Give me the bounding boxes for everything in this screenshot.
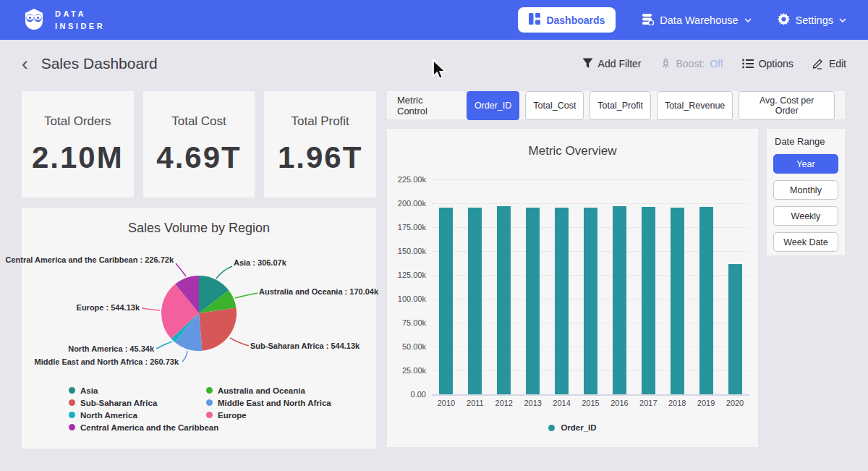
bar-cell — [634, 179, 663, 394]
y-axis-tick: 100.00k — [387, 294, 426, 303]
legend-label: Europe — [218, 411, 247, 420]
dashboards-button[interactable]: Dashboards — [518, 7, 616, 33]
pie-slice-sub-saharan-africa[interactable] — [199, 308, 237, 351]
pie-chart-card: Sales Volume by Region Asia : 306.07k Au… — [22, 208, 376, 449]
metric-chip-total-cost[interactable]: Total_Cost — [525, 91, 584, 120]
x-axis-tick: 2014 — [548, 399, 576, 407]
bar-2015[interactable] — [584, 208, 597, 394]
edit-button[interactable]: Edit — [812, 58, 846, 69]
bar-2011[interactable] — [468, 208, 482, 394]
kpi-value: 2.10M — [32, 140, 124, 175]
bar-2020[interactable] — [728, 264, 742, 394]
brand-logo[interactable]: DATA INSIDER — [22, 7, 105, 34]
pie-legend: AsiaSub-Saharan AfricaNorth AmericaCentr… — [69, 384, 331, 433]
y-axis-tick: 225.00k — [387, 175, 426, 184]
bar-cell — [605, 179, 634, 394]
pie-leader-line — [156, 341, 172, 349]
pie-leader-line — [142, 308, 160, 310]
legend-dot — [206, 387, 213, 394]
legend-dot — [69, 387, 75, 394]
metric-chip-total-revenue[interactable]: Total_Revenue — [657, 91, 733, 120]
metric-control-bar: Metric Control Order_IDTotal_CostTotal_P… — [387, 91, 845, 119]
kpi-label: Total Profit — [292, 114, 349, 129]
date-range-monthly[interactable]: Monthly — [773, 180, 838, 200]
dashboards-grid-icon — [529, 13, 540, 27]
date-range-weekly[interactable]: Weekly — [773, 206, 838, 226]
bar-2017[interactable] — [642, 207, 655, 394]
metric-control-label: Metric Control — [397, 95, 456, 116]
bar-2013[interactable] — [526, 208, 540, 394]
kpi-label: Total Cost — [171, 114, 226, 129]
bar-chart-title: Metric Overview — [387, 129, 758, 158]
x-axis-tick: 2015 — [576, 399, 605, 407]
pie-leader-line — [216, 266, 232, 279]
x-axis-tick: 2018 — [663, 399, 692, 407]
kpi-card-total-profit: Total Profit 1.96T — [264, 91, 376, 198]
pie-slice-label: North America : 45.34k — [68, 344, 154, 353]
pie-legend-item[interactable]: Asia — [69, 384, 206, 396]
bar-plot-area — [432, 179, 749, 394]
legend-label: Sub-Saharan Africa — [80, 399, 157, 407]
bar-cell — [548, 179, 576, 394]
data-warehouse-menu[interactable]: Data Warehouse — [642, 13, 751, 27]
x-axis-tick: 2020 — [720, 399, 749, 407]
pie-legend-item[interactable]: Australia and Oceania — [206, 384, 331, 396]
settings-menu[interactable]: Settings — [778, 13, 846, 27]
legend-dot — [206, 399, 213, 406]
bar-2018[interactable] — [671, 208, 684, 394]
y-axis-tick: 75.00k — [387, 318, 426, 327]
pie-leader-line — [182, 351, 187, 362]
date-range-year[interactable]: Year — [773, 154, 838, 174]
pencil-icon — [812, 58, 824, 69]
legend-dot — [69, 412, 75, 418]
kpi-value: 1.96T — [278, 140, 362, 175]
back-button[interactable]: ‹ — [22, 54, 28, 73]
pie-legend-item[interactable]: North America — [69, 409, 206, 421]
legend-label: Australia and Oceania — [218, 386, 305, 395]
add-filter-button[interactable]: Add Filter — [582, 58, 642, 69]
bar-2016[interactable] — [613, 206, 626, 394]
bar-cell — [576, 179, 605, 394]
kpi-card-total-cost: Total Cost 4.69T — [143, 91, 255, 198]
bar-cell — [519, 179, 548, 394]
bar-cell — [490, 179, 519, 394]
y-axis-tick: 0.00 — [387, 390, 426, 399]
pie-slice-label: Australia and Oceania : 170.04k — [259, 287, 378, 296]
gear-icon — [778, 13, 790, 27]
pie-legend-item[interactable]: Central America and the Caribbean — [69, 421, 206, 433]
boost-toggle[interactable]: Boost: Off — [660, 58, 723, 69]
metric-chip-order-id[interactable]: Order_ID — [467, 91, 519, 120]
bar-2014[interactable] — [555, 208, 569, 394]
date-range-week-date[interactable]: Week Date — [773, 232, 838, 252]
bar-2019[interactable] — [699, 207, 713, 394]
legend-dot — [206, 412, 213, 418]
pie-slice-label: Europe : 544.13k — [77, 303, 140, 312]
date-range-label: Date Range — [775, 136, 838, 147]
pie-legend-item[interactable]: Europe — [206, 409, 331, 421]
database-icon — [642, 13, 654, 27]
pie-slice-label: Central America and the Caribbean : 226.… — [5, 255, 174, 264]
legend-label: Order_ID — [561, 423, 596, 432]
legend-dot — [69, 399, 75, 406]
kpi-row: Total Orders 2.10M Total Cost 4.69T Tota… — [22, 91, 376, 198]
top-navbar: DATA INSIDER Dashboards — [0, 0, 868, 40]
y-axis-tick: 175.00k — [387, 223, 426, 232]
chevron-down-icon — [839, 18, 846, 22]
metric-chip-avg-cost-per-order[interactable]: Avg. Cost per Order — [739, 91, 835, 120]
pie-legend-item[interactable]: Sub-Saharan Africa — [69, 396, 206, 409]
page-title: Sales Dashboard — [41, 55, 158, 72]
bar-cell — [692, 179, 720, 394]
legend-label: Asia — [80, 386, 98, 395]
y-axis-tick: 125.00k — [387, 271, 426, 279]
bar-cell — [432, 179, 461, 394]
bar-2012[interactable] — [497, 206, 511, 394]
y-axis-tick: 50.00k — [387, 342, 426, 351]
filter-funnel-icon — [582, 58, 593, 69]
options-button[interactable]: Options — [742, 58, 793, 69]
page-header: ‹ Sales Dashboard Add Filter Boost: Off — [0, 40, 868, 87]
metric-chip-total-profit[interactable]: Total_Profit — [590, 91, 651, 120]
legend-label: Middle East and North Africa — [218, 399, 331, 407]
pie-legend-item[interactable]: Middle East and North Africa — [206, 396, 331, 409]
bar-2010[interactable] — [439, 208, 453, 394]
pie-leader-line — [235, 293, 258, 298]
